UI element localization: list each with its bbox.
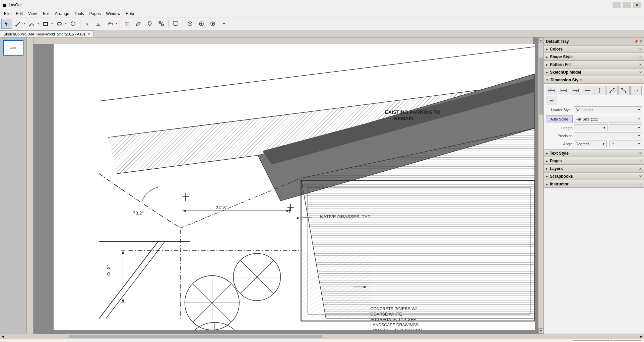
dimension-style-close-button[interactable]: ✕ bbox=[639, 78, 642, 82]
menu-pages[interactable]: Pages bbox=[87, 11, 104, 17]
dim-reverse-angled-button[interactable] bbox=[618, 86, 630, 95]
shape-tool-button[interactable] bbox=[40, 19, 51, 29]
dimension-tool-group: ▼ bbox=[105, 19, 118, 29]
trim-button[interactable] bbox=[156, 19, 167, 29]
polygon-tool-button[interactable] bbox=[68, 19, 78, 29]
right-panel: Default Tray 📌 ✕ ▶ Colors ✕ ▶ Shape Styl… bbox=[543, 37, 644, 334]
tray-sketchup-model-header[interactable]: ▶ SketchUp Model ✕ bbox=[544, 69, 644, 76]
panel-close-button[interactable]: ✕ bbox=[639, 39, 642, 43]
ellipse-tool-dropdown-arrow[interactable]: ▼ bbox=[65, 22, 67, 25]
back-button[interactable] bbox=[196, 19, 207, 29]
insert-button[interactable] bbox=[185, 19, 195, 29]
menu-view[interactable]: View bbox=[25, 11, 40, 17]
pages-close-button[interactable]: ✕ bbox=[639, 159, 642, 163]
autoscale-button[interactable]: Auto Scale bbox=[546, 115, 573, 123]
canvas-page[interactable]: EXISTING PARKING TO REMAIN NATIVE GRASSE… bbox=[54, 44, 535, 330]
menu-help[interactable]: Help bbox=[123, 11, 137, 17]
arc-tool-button[interactable] bbox=[26, 19, 37, 29]
page-thumbnail[interactable]: A101 bbox=[3, 40, 23, 56]
sketchup-model-expand-arrow: ▶ bbox=[546, 71, 548, 74]
menu-arrange[interactable]: Arrange bbox=[52, 11, 72, 17]
dim-metric-button[interactable]: 3m bbox=[546, 96, 557, 105]
ellipse-tool-button[interactable] bbox=[54, 19, 65, 29]
menu-window[interactable]: Window bbox=[104, 11, 123, 17]
shape-tool-dropdown-arrow[interactable]: ▼ bbox=[51, 22, 53, 25]
angle-units-dropdown[interactable]: Degrees ▼ bbox=[574, 141, 607, 147]
svg-text:FOR MORE INFORMATION.: FOR MORE INFORMATION. bbox=[371, 328, 423, 330]
close-button[interactable]: ✕ bbox=[633, 2, 641, 8]
scroll-up-button[interactable]: ▲ bbox=[538, 37, 544, 43]
scroll-left-button[interactable]: ◀ bbox=[0, 334, 5, 339]
line-tool-button[interactable] bbox=[13, 19, 23, 29]
svg-point-2 bbox=[29, 25, 30, 26]
tray-shape-style-header[interactable]: ▶ Shape Style ✕ bbox=[544, 53, 644, 61]
panel-pin-button[interactable]: 📌 bbox=[634, 39, 638, 43]
dim-angled-button[interactable] bbox=[606, 86, 618, 95]
dim-center-button[interactable]: 2 bbox=[558, 86, 569, 95]
horizontal-scroll-track[interactable] bbox=[5, 335, 639, 338]
instructor-title: Instructor bbox=[550, 182, 639, 186]
paint-button[interactable] bbox=[144, 19, 155, 29]
zoom-dropdown[interactable]: 131% ▼ bbox=[615, 340, 641, 342]
full-size-dropdown[interactable]: Full Size (1:1) ▼ bbox=[574, 116, 642, 122]
tray-scrapbooks-header[interactable]: ▶ Scrapbooks ✕ bbox=[544, 173, 644, 180]
colors-close-button[interactable]: ✕ bbox=[639, 47, 642, 52]
styled-text-button[interactable]: A bbox=[93, 19, 104, 29]
angle-precision-dropdown[interactable]: 1° ▼ bbox=[609, 141, 642, 147]
dim-decimal-button[interactable]: 3-3 bbox=[630, 86, 642, 95]
erase-tool-button[interactable] bbox=[122, 19, 132, 29]
length-format-dropdown[interactable]: ▼ bbox=[609, 124, 642, 131]
viewport-button[interactable] bbox=[170, 19, 181, 29]
arc-tool-dropdown-arrow[interactable]: ▼ bbox=[37, 22, 40, 25]
horizontal-ruler bbox=[34, 37, 533, 44]
length-units-dropdown[interactable]: ▼ bbox=[574, 124, 607, 131]
line-tool-dropdown-arrow[interactable]: ▼ bbox=[23, 22, 26, 25]
dim-vertical-button[interactable] bbox=[594, 86, 605, 95]
forward-button[interactable] bbox=[207, 19, 218, 29]
tray-pages-header[interactable]: ▶ Pages ✕ bbox=[544, 157, 644, 165]
menu-file[interactable]: File bbox=[1, 11, 13, 17]
tray-colors-header[interactable]: ▶ Colors ✕ bbox=[544, 46, 644, 53]
vertical-scroll-track[interactable] bbox=[539, 44, 543, 328]
leader-style-dropdown[interactable]: No Leader ▼ bbox=[574, 106, 642, 113]
precision-dropdown[interactable]: ▼ bbox=[574, 133, 642, 139]
vertical-scroll-thumb[interactable] bbox=[539, 58, 543, 114]
select-tool-button[interactable] bbox=[1, 19, 12, 29]
tray-dimension-style-header[interactable]: ▼ Dimension Style ✕ bbox=[544, 76, 644, 84]
text-tool-button[interactable]: A bbox=[82, 19, 93, 29]
full-size-dropdown-arrow: ▼ bbox=[638, 118, 640, 121]
eyedropper-button[interactable] bbox=[133, 19, 144, 29]
scrapbooks-close-button[interactable]: ✕ bbox=[639, 174, 642, 179]
dim-horizontal-button[interactable] bbox=[582, 86, 593, 95]
dim-above-button[interactable]: 1 bbox=[546, 86, 557, 95]
layers-close-button[interactable]: ✕ bbox=[639, 167, 642, 171]
menu-edit[interactable]: Edit bbox=[13, 11, 25, 17]
maximize-button[interactable]: □ bbox=[623, 2, 631, 8]
tray-text-style-header[interactable]: ▶ Text Style ✕ bbox=[544, 150, 644, 157]
tray-pattern-fill-header[interactable]: ▶ Pattern Fill ✕ bbox=[544, 61, 644, 68]
horizontal-scroll-thumb[interactable] bbox=[69, 335, 322, 338]
measurements-input[interactable] bbox=[573, 340, 613, 342]
vertical-ruler bbox=[27, 37, 34, 334]
more-tools-button[interactable]: ▾ bbox=[219, 19, 230, 29]
instructor-close-button[interactable]: ✕ bbox=[639, 182, 642, 186]
tray-instructor-header[interactable]: ▶ Instructor ✕ bbox=[544, 180, 644, 188]
dim-below-button[interactable]: T3 bbox=[570, 86, 581, 95]
pattern-fill-close-button[interactable]: ✕ bbox=[639, 63, 642, 67]
text-style-close-button[interactable]: ✕ bbox=[639, 151, 642, 156]
minimize-button[interactable]: ─ bbox=[613, 2, 621, 8]
dimension-tool-dropdown-arrow[interactable]: ▼ bbox=[116, 22, 118, 25]
tab-close-button[interactable]: ✕ bbox=[87, 32, 90, 36]
shape-style-close-button[interactable]: ✕ bbox=[639, 55, 642, 59]
dimension-tool-button[interactable] bbox=[105, 19, 116, 29]
scroll-right-button[interactable]: ▶ bbox=[639, 334, 644, 339]
tray-layers-header[interactable]: ▶ Layers ✕ bbox=[544, 165, 644, 172]
menu-tools[interactable]: Tools bbox=[72, 11, 87, 17]
svg-text:23'-2": 23'-2" bbox=[106, 265, 111, 277]
document-tab[interactable]: SketchUp Pro_AIA_Real-World_Short2015 - … bbox=[0, 30, 94, 37]
scroll-down-button[interactable]: ▼ bbox=[538, 328, 544, 334]
main-layout: A101 bbox=[0, 37, 644, 334]
sketchup-model-close-button[interactable]: ✕ bbox=[639, 70, 642, 75]
tray-shape-style: ▶ Shape Style ✕ bbox=[544, 53, 644, 61]
menu-text[interactable]: Text bbox=[40, 11, 52, 17]
